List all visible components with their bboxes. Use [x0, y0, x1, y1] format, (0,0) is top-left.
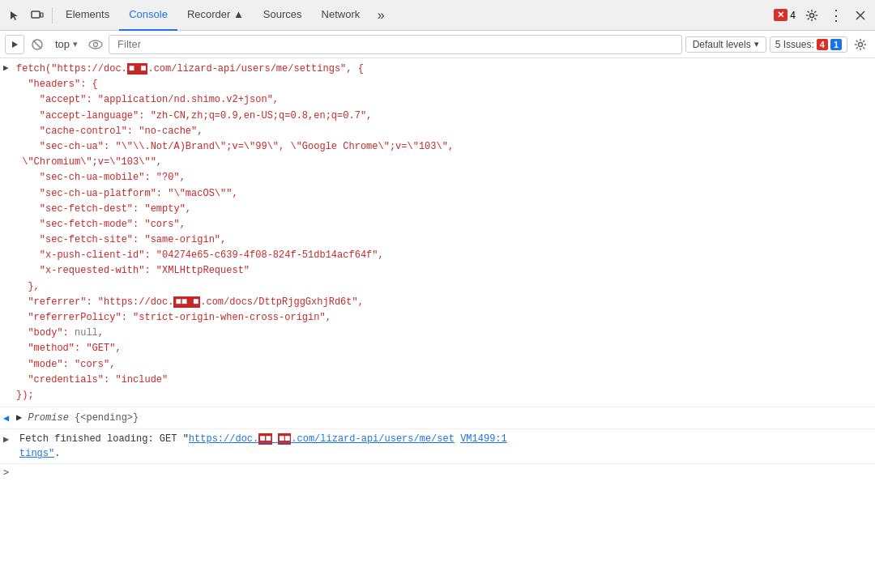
context-selector[interactable]: top ▾ — [50, 36, 83, 52]
error-count: 4 — [790, 10, 796, 21]
svg-point-8 — [89, 40, 102, 49]
svg-point-9 — [94, 42, 98, 46]
tab-recorder[interactable]: Recorder ▲ — [177, 0, 254, 31]
toolbar-right: ✕ 4 ⋮ — [770, 4, 872, 27]
svg-rect-1 — [41, 13, 43, 17]
error-count-button[interactable]: ✕ 4 — [770, 7, 799, 23]
svg-line-7 — [33, 40, 41, 49]
tab-console[interactable]: Console — [119, 0, 177, 31]
svg-point-10 — [859, 42, 863, 46]
close-devtools-button[interactable] — [849, 4, 872, 27]
prompt-indicator: > — [3, 467, 9, 478]
tab-list: Elements Console Recorder ▲ Sources Netw… — [56, 0, 770, 31]
console-entry-main: ▶ fetch("https://doc.■ ■.com/lizard-api/… — [0, 60, 875, 405]
issues-button[interactable]: 5 Issues: 4 1 — [770, 36, 847, 53]
filter-container — [109, 35, 682, 54]
console-settings-button[interactable] — [851, 35, 870, 54]
cursor-icon[interactable] — [3, 4, 26, 27]
fetch-code: fetch("https://doc.■ ■.com/lizard-api/us… — [16, 62, 869, 403]
live-expressions-button[interactable] — [86, 35, 105, 54]
fetch-finished-content: Fetch finished loading: GET "https://doc… — [19, 432, 507, 461]
clear-console-button[interactable] — [28, 35, 47, 54]
fetch-url-suffix-link[interactable]: tings" — [19, 448, 54, 459]
fetch-code-content: fetch("https://doc.■ ■.com/lizard-api/us… — [16, 62, 869, 403]
context-label: top — [55, 38, 70, 50]
tab-sources[interactable]: Sources — [254, 0, 312, 31]
console-entry-fetch-finished: ▶ Fetch finished loading: GET "https://d… — [0, 429, 875, 464]
issues-error-badge: 4 — [817, 39, 828, 50]
console-entry-fetch: ▶ fetch("https://doc.■ ■.com/lizard-api/… — [0, 58, 875, 407]
console-toolbar: top ▾ Default levels ▾ 5 Issues: 4 1 — [0, 31, 875, 58]
log-levels-button[interactable]: Default levels ▾ — [685, 36, 766, 53]
console-input[interactable] — [12, 467, 869, 478]
toolbar-divider-1 — [52, 7, 53, 23]
tab-more-button[interactable]: » — [369, 4, 392, 27]
issues-info-badge: 1 — [830, 39, 842, 50]
console-prompt-line: > — [0, 464, 875, 480]
devtools-settings-button[interactable] — [800, 4, 823, 27]
filter-input[interactable] — [114, 36, 677, 52]
console-output: ▶ fetch("https://doc.■ ■.com/lizard-api/… — [0, 58, 875, 588]
promise-expand[interactable]: ▶ — [16, 412, 22, 424]
devtools-topbar: Elements Console Recorder ▲ Sources Netw… — [0, 0, 875, 31]
error-badge: ✕ — [774, 9, 788, 21]
tab-elements[interactable]: Elements — [56, 0, 119, 31]
context-arrow: ▾ — [73, 39, 78, 49]
svg-point-2 — [810, 13, 814, 17]
promise-content: ▶ Promise {<pending>} — [16, 411, 869, 425]
fetch-url-link[interactable]: https://doc.■■ ■■.com/lizard-api/users/m… — [189, 433, 455, 445]
execute-button[interactable] — [5, 35, 24, 54]
fetch-finished-text: Fetch finished loading: GET "https://doc… — [19, 433, 507, 459]
fetch-finished-arrow: ▶ — [3, 432, 16, 445]
console-entry-promise: ◀ ▶ Promise {<pending>} — [0, 407, 875, 429]
line-ref-link[interactable]: VM1499:1 — [460, 433, 507, 445]
tab-network[interactable]: Network — [312, 0, 370, 31]
promise-text: ▶ Promise {<pending>} — [16, 412, 139, 424]
svg-marker-5 — [12, 41, 18, 48]
svg-rect-0 — [32, 11, 40, 18]
more-options-button[interactable]: ⋮ — [825, 4, 847, 27]
promise-main: ◀ ▶ Promise {<pending>} — [0, 409, 875, 427]
device-toggle-icon[interactable] — [26, 4, 49, 27]
expand-arrow[interactable]: ▶ — [3, 62, 16, 73]
promise-left-indicator: ◀ — [3, 411, 16, 424]
